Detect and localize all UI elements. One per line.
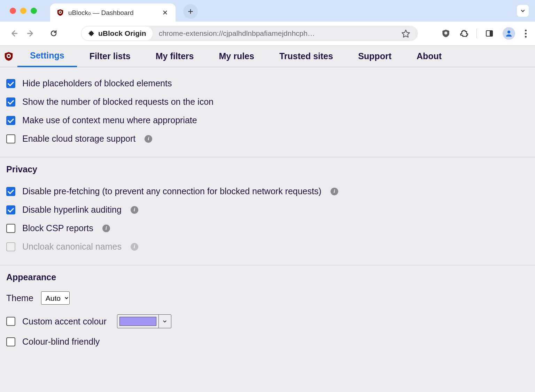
setting-disable-prefetching: Disable pre-fetching (to prevent any con… <box>6 182 529 201</box>
nav-forward-button[interactable] <box>24 26 38 40</box>
tab-trusted-sites[interactable]: Trusted sites <box>267 46 346 67</box>
ublock-dashboard: Settings Filter lists My filters My rule… <box>0 46 535 360</box>
setting-custom-accent: Custom accent colour <box>6 310 529 332</box>
toolbar-icons <box>441 27 528 40</box>
setting-label: Colour-blind friendly <box>22 337 100 347</box>
tab-support[interactable]: Support <box>346 46 404 67</box>
window-close-button[interactable] <box>10 8 16 14</box>
tab-close-button[interactable] <box>160 8 170 17</box>
bookmark-star-icon[interactable] <box>399 29 412 38</box>
tab-my-rules[interactable]: My rules <box>206 46 266 67</box>
svg-point-1 <box>60 11 61 13</box>
extensions-puzzle-icon[interactable] <box>459 29 469 38</box>
checkbox-disable-prefetching[interactable] <box>6 187 15 196</box>
setting-label: Show the number of blocked requests on t… <box>22 97 214 107</box>
info-icon[interactable]: i <box>131 206 138 214</box>
info-icon[interactable]: i <box>131 243 138 251</box>
browser-tab[interactable]: uBlock₀ — Dashboard <box>50 3 176 22</box>
info-icon[interactable]: i <box>331 188 338 195</box>
svg-point-5 <box>507 31 510 33</box>
browser-tabstrip: uBlock₀ — Dashboard <box>0 0 535 22</box>
toolbar-divider <box>476 29 477 38</box>
theme-label: Theme <box>6 293 33 303</box>
tab-title: uBlock₀ — Dashboard <box>68 9 156 17</box>
browser-menu-button[interactable] <box>524 28 528 39</box>
checkbox-colour-blind[interactable] <box>6 337 15 346</box>
setting-cloud-storage: Enable cloud storage support i <box>6 130 529 148</box>
window-minimize-button[interactable] <box>20 8 26 14</box>
checkbox-show-blocked-count[interactable] <box>6 97 15 107</box>
setting-label: Disable pre-fetching (to prevent any con… <box>22 186 321 196</box>
tab-settings[interactable]: Settings <box>17 46 77 67</box>
browser-toolbar: uBlock Origin chrome-extension://cjpalhd… <box>0 22 535 46</box>
accent-color-picker[interactable] <box>117 314 171 328</box>
svg-rect-4 <box>490 31 493 36</box>
setting-label: Custom accent colour <box>22 316 107 327</box>
tab-filter-lists[interactable]: Filter lists <box>77 46 143 67</box>
extension-chip[interactable]: uBlock Origin <box>82 26 153 40</box>
setting-show-blocked-count: Show the number of blocked requests on t… <box>6 93 529 111</box>
setting-label: Block CSP reports <box>22 223 93 233</box>
url-text: chrome-extension://cjpalhdlnbpafiamejdnh… <box>159 29 399 38</box>
nav-back-button[interactable] <box>7 26 21 40</box>
extension-chip-label: uBlock Origin <box>98 29 146 38</box>
ublock-favicon-icon <box>56 9 64 16</box>
chevron-down-icon[interactable] <box>517 5 529 17</box>
checkbox-disable-hyperlink-auditing[interactable] <box>6 205 15 214</box>
nav-reload-button[interactable] <box>47 26 61 40</box>
tab-about[interactable]: About <box>404 46 454 67</box>
info-icon[interactable]: i <box>102 225 110 232</box>
setting-block-csp: Block CSP reports i <box>6 219 529 237</box>
svg-point-7 <box>8 55 10 57</box>
section-title-appearance: Appearance <box>6 272 529 282</box>
color-swatch[interactable] <box>119 317 156 326</box>
checkbox-cloud-storage[interactable] <box>6 134 15 143</box>
setting-hide-placeholders: Hide placeholders of blocked elements <box>6 74 529 93</box>
section-privacy: Privacy Disable pre-fetching (to prevent… <box>0 157 535 265</box>
checkbox-hide-placeholders[interactable] <box>6 79 15 88</box>
section-title-privacy: Privacy <box>6 164 529 174</box>
sidepanel-icon[interactable] <box>484 29 494 38</box>
setting-context-menu: Make use of context menu where appropria… <box>6 111 529 130</box>
setting-label: Uncloak canonical names <box>22 242 122 252</box>
setting-uncloak-canonical: Uncloak canonical names i <box>6 237 529 256</box>
setting-disable-hyperlink-auditing: Disable hyperlink auditing i <box>6 201 529 219</box>
checkbox-custom-accent[interactable] <box>6 317 15 326</box>
svg-point-2 <box>444 32 448 35</box>
setting-label: Hide placeholders of blocked elements <box>22 78 172 88</box>
ublock-logo-icon <box>0 51 17 62</box>
extension-icon <box>88 30 95 37</box>
tabstrip-overflow[interactable] <box>517 5 529 17</box>
dashboard-tabs: Settings Filter lists My filters My rule… <box>0 46 535 67</box>
theme-select[interactable]: Auto <box>41 291 70 305</box>
checkbox-uncloak-canonical <box>6 242 15 251</box>
chevron-down-icon[interactable] <box>158 315 171 328</box>
checkbox-block-csp[interactable] <box>6 224 15 233</box>
profile-avatar-icon[interactable] <box>503 27 515 40</box>
info-icon[interactable]: i <box>145 135 152 143</box>
section-general: Hide placeholders of blocked elements Sh… <box>0 67 535 157</box>
address-bar[interactable]: uBlock Origin chrome-extension://cjpalhd… <box>81 26 418 41</box>
setting-label: Disable hyperlink auditing <box>22 205 122 215</box>
setting-theme: Theme Auto <box>6 290 529 310</box>
window-controls <box>0 8 37 14</box>
window-zoom-button[interactable] <box>31 8 37 14</box>
setting-colour-blind: Colour-blind friendly <box>6 332 529 351</box>
new-tab-button[interactable] <box>183 4 198 19</box>
checkbox-context-menu[interactable] <box>6 116 15 125</box>
setting-label: Enable cloud storage support <box>22 134 135 144</box>
setting-label: Make use of context menu where appropria… <box>22 115 197 125</box>
ublock-shield-icon[interactable] <box>441 29 451 38</box>
section-appearance: Appearance Theme Auto Custom accent colo… <box>0 265 535 360</box>
tab-my-filters[interactable]: My filters <box>143 46 207 67</box>
